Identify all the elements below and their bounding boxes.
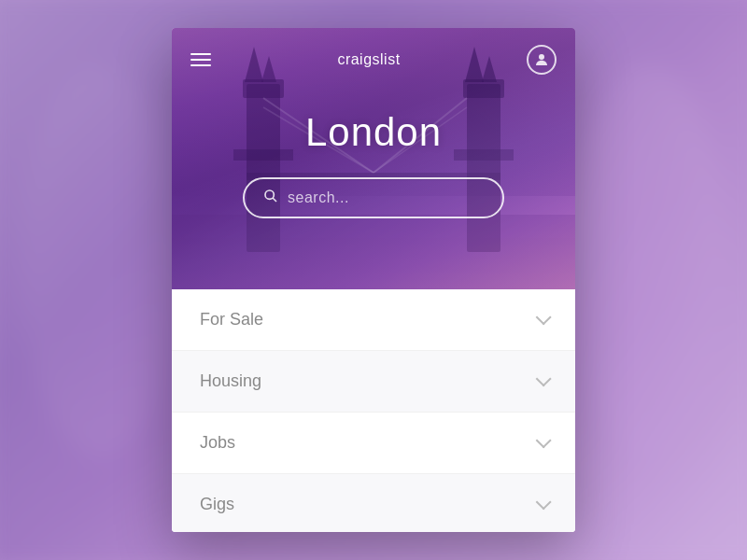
category-label-housing: Housing [200, 371, 261, 391]
chevron-down-icon-housing [536, 374, 547, 389]
search-icon [263, 189, 278, 207]
category-label-gigs: Gigs [200, 495, 234, 514]
category-item-for-sale[interactable]: For Sale [172, 289, 575, 351]
category-label-for-sale: For Sale [200, 310, 263, 329]
chevron-down-icon-for-sale [536, 313, 547, 328]
phone-frame: craigslist London search... [172, 28, 575, 532]
category-item-jobs[interactable]: Jobs [172, 413, 575, 474]
search-bar[interactable]: search... [243, 177, 504, 218]
chevron-down-icon-jobs [536, 436, 547, 451]
search-placeholder[interactable]: search... [288, 189, 349, 206]
brand-name: craigslist [337, 51, 400, 68]
user-profile-button[interactable] [527, 45, 557, 75]
chevron-down-icon-gigs [536, 497, 547, 512]
hamburger-menu[interactable] [190, 53, 211, 66]
svg-point-21 [539, 54, 544, 60]
hamburger-line-1 [190, 53, 211, 55]
svg-point-22 [265, 190, 274, 199]
svg-point-1 [21, 64, 177, 456]
svg-rect-20 [172, 215, 575, 289]
navbar: craigslist [172, 28, 575, 91]
hamburger-line-2 [190, 59, 211, 61]
category-item-gigs[interactable]: Gigs [172, 474, 575, 532]
svg-point-2 [570, 64, 726, 456]
category-label-jobs: Jobs [200, 433, 235, 453]
hamburger-line-3 [190, 64, 211, 66]
user-icon [533, 51, 550, 68]
category-item-housing[interactable]: Housing [172, 351, 575, 413]
svg-line-23 [273, 198, 276, 202]
hero-section: craigslist London search... [172, 28, 575, 289]
search-bar-wrapper: search... [172, 177, 575, 218]
city-name: London [172, 110, 575, 155]
categories-list: For Sale Housing Jobs Gigs Community [172, 289, 575, 532]
